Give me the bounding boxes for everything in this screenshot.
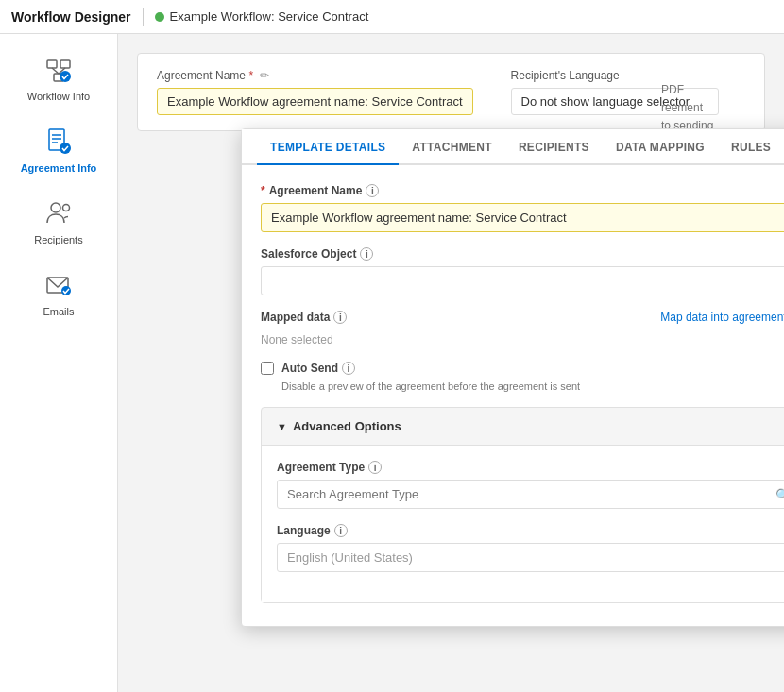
language-select-wrapper: English (United States) ▾ <box>277 543 784 572</box>
status-dot <box>155 12 164 22</box>
svg-point-14 <box>61 286 71 295</box>
salesforce-object-select[interactable] <box>261 266 784 295</box>
mapped-data-info-icon[interactable]: i <box>333 311 347 324</box>
tab-rules[interactable]: RULES <box>718 129 784 165</box>
salesforce-object-select-wrapper: ▾ <box>261 266 784 295</box>
language-row: Language i English (United States) ▾ <box>277 524 784 572</box>
salesforce-object-row: Salesforce Object i ▾ <box>261 247 784 295</box>
agreement-name-form-label: * Agreement Name i <box>261 184 784 197</box>
req-star: * <box>261 184 265 197</box>
tab-template-details[interactable]: TEMPLATE DETAILS <box>257 129 399 165</box>
required-star: * <box>248 69 253 82</box>
auto-send-info-icon[interactable]: i <box>342 362 355 375</box>
mapped-data-header-row: Mapped data i Map data into agreement fi… <box>261 311 784 329</box>
mapped-data-row: Mapped data i Map data into agreement fi… <box>261 311 784 346</box>
behind-text-1: PDF <box>661 81 775 99</box>
agreement-type-search-input[interactable] <box>277 480 784 509</box>
auto-send-label: Auto Send i <box>281 362 355 375</box>
agreement-name-row: * Agreement Name i <box>261 184 784 232</box>
behind-text-2: reement <box>661 99 775 117</box>
agreement-name-value: Example Workflow agreement name: Service… <box>157 88 473 115</box>
mapped-data-label-text: Mapped data <box>261 311 330 324</box>
workflow-status: Example Workflow: Service Contract <box>155 9 369 24</box>
language-form-label: Language i <box>277 524 784 537</box>
agreement-name-info-icon[interactable]: i <box>366 184 379 197</box>
panel-tabs: TEMPLATE DETAILS ATTACHMENT RECIPIENTS D… <box>242 129 784 165</box>
svg-point-10 <box>60 143 71 154</box>
auto-send-checkbox-row: Auto Send i <box>261 362 784 375</box>
map-data-link[interactable]: Map data into agreement fields <box>660 311 784 324</box>
workflow-info-icon <box>42 53 76 87</box>
recipients-icon <box>42 196 76 230</box>
agreement-type-info-icon[interactable]: i <box>368 461 382 474</box>
tab-recipients[interactable]: RECIPIENTS <box>505 129 603 165</box>
agreement-name-label-text: Agreement Name <box>269 184 363 197</box>
language-label: Recipient's Language <box>511 69 719 82</box>
agreement-name-label: Agreement Name * ✏ <box>157 69 473 82</box>
agreement-name-input[interactable] <box>261 203 784 232</box>
agreement-type-label: Agreement Type i <box>277 461 784 474</box>
svg-point-12 <box>63 205 70 211</box>
emails-icon <box>42 268 76 302</box>
svg-rect-0 <box>47 60 57 68</box>
sidebar-item-recipients[interactable]: Recipients <box>0 187 117 255</box>
svg-point-11 <box>51 203 60 212</box>
chevron-down-icon: ▼ <box>277 421 287 432</box>
svg-line-3 <box>52 68 59 74</box>
content-area: Agreement Name * ✏ Example Workflow agre… <box>118 34 784 692</box>
sidebar-item-emails[interactable]: Emails <box>0 259 117 327</box>
sidebar-label-workflow-info: Workflow Info <box>27 91 90 102</box>
tab-data-mapping[interactable]: DATA MAPPING <box>603 129 718 165</box>
sidebar-label-emails: Emails <box>43 306 74 317</box>
tab-attachment[interactable]: ATTACHMENT <box>399 129 505 165</box>
svg-rect-1 <box>60 60 70 68</box>
sidebar: Workflow Info Agreement Info <box>0 34 118 692</box>
salesforce-object-label: Salesforce Object i <box>261 247 784 261</box>
edit-icon[interactable]: ✏ <box>260 69 269 82</box>
workflow-name: Example Workflow: Service Contract <box>170 9 369 24</box>
sidebar-item-agreement-info[interactable]: Agreement Info <box>0 115 117 183</box>
agreement-type-label-text: Agreement Type <box>277 461 365 474</box>
advanced-options-section: ▼ Advanced Options Agreement Type i <box>261 407 784 603</box>
language-info-icon[interactable]: i <box>334 524 348 537</box>
separator <box>143 8 144 26</box>
top-bar: Workflow Designer Example Workflow: Serv… <box>0 0 784 34</box>
salesforce-object-label-text: Salesforce Object <box>261 247 356 261</box>
none-selected-text: None selected <box>261 333 784 346</box>
behind-panel-content: PDF reement to sending <box>661 81 775 136</box>
sidebar-label-agreement-info: Agreement Info <box>21 162 97 174</box>
svg-point-5 <box>60 71 71 82</box>
template-panel: TEMPLATE DETAILS ATTACHMENT RECIPIENTS D… <box>241 128 784 627</box>
agreement-name-field-group: Agreement Name * ✏ Example Workflow agre… <box>157 69 473 115</box>
advanced-options-label: Advanced Options <box>293 419 401 433</box>
advanced-options-header[interactable]: ▼ Advanced Options <box>262 408 784 445</box>
language-label-text: Language <box>277 524 331 537</box>
main-layout: Workflow Info Agreement Info <box>0 34 784 692</box>
auto-send-row: Auto Send i Disable a preview of the agr… <box>261 362 784 392</box>
mapped-data-label: Mapped data i <box>261 311 347 324</box>
panel-body: * Agreement Name i Salesforce Object i <box>242 165 784 626</box>
agreement-type-search-wrapper: 🔍 <box>277 480 784 509</box>
auto-send-checkbox[interactable] <box>261 362 274 375</box>
app-title: Workflow Designer <box>11 9 131 25</box>
auto-send-description: Disable a preview of the agreement befor… <box>281 380 784 392</box>
sidebar-item-workflow-info[interactable]: Workflow Info <box>0 43 117 111</box>
advanced-options-body: Agreement Type i 🔍 Language <box>262 445 784 602</box>
language-select[interactable]: English (United States) <box>277 543 784 572</box>
agreement-info-icon <box>42 125 76 159</box>
sidebar-label-recipients: Recipients <box>34 234 82 245</box>
salesforce-object-info-icon[interactable]: i <box>360 247 373 261</box>
agreement-type-row: Agreement Type i 🔍 <box>277 461 784 509</box>
